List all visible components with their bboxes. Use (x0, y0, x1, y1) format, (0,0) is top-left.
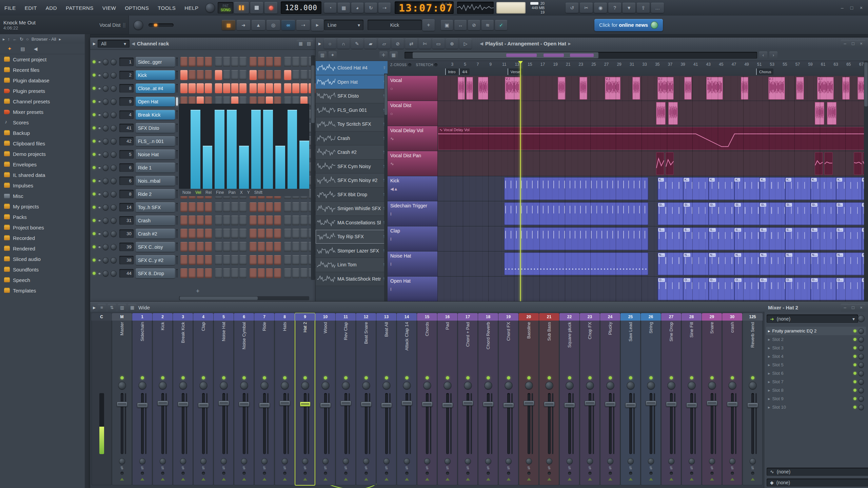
strip-stereo-knob[interactable] (708, 382, 716, 389)
record-arm-dot[interactable] (324, 472, 327, 475)
strip-led[interactable] (283, 376, 287, 380)
strip-led[interactable] (507, 376, 510, 380)
graph-label-y[interactable]: Y (247, 190, 250, 195)
step-cell[interactable] (266, 57, 273, 67)
fx-slot-led[interactable] (853, 363, 856, 366)
strip-led[interactable] (120, 376, 124, 380)
step-cell[interactable] (284, 242, 291, 252)
channel-volume-knob[interactable] (111, 112, 117, 118)
clip[interactable] (827, 102, 836, 125)
step-cell[interactable] (300, 229, 308, 239)
record-arm-dot[interactable] (731, 472, 734, 475)
picker-item[interactable]: Crash⇪ (316, 131, 388, 146)
browser-item[interactable]: Soundfonts (0, 264, 85, 275)
channel-mute-dot[interactable] (98, 272, 101, 274)
fx-slot-mix-knob[interactable] (859, 337, 864, 342)
channel-led[interactable] (93, 74, 96, 77)
strip-number[interactable]: 7 (254, 313, 274, 321)
channel-volume-knob[interactable] (111, 85, 117, 92)
chat-icon[interactable]: … (651, 3, 664, 13)
strip-stereo-knob[interactable] (240, 382, 248, 389)
channel-pan-knob[interactable] (103, 138, 109, 144)
step-cell[interactable] (231, 268, 238, 278)
channel-led[interactable] (93, 87, 96, 90)
strip-stereo-knob[interactable] (382, 382, 390, 389)
strip-pan-knob[interactable] (668, 458, 674, 464)
clip[interactable] (504, 252, 648, 275)
record-arm-dot[interactable] (466, 472, 469, 475)
record-arm-dot[interactable] (222, 472, 225, 475)
record-arm-dot[interactable] (263, 472, 266, 475)
route-arrow-icon[interactable] (384, 478, 389, 481)
mixer-strip-sidechain[interactable]: 1Sidechain⇅ (132, 313, 152, 485)
channel-volume-knob[interactable] (111, 270, 117, 277)
channel-active-indicator[interactable] (176, 71, 178, 79)
strip-led[interactable] (222, 376, 225, 380)
collapse-icon[interactable]: ▸ (318, 40, 321, 47)
channel-active-indicator[interactable] (176, 97, 178, 106)
strip-led[interactable] (731, 376, 734, 380)
route-arrow-icon[interactable] (588, 478, 592, 481)
channel-mute-dot[interactable] (98, 140, 101, 142)
clip[interactable]: V..l (768, 77, 785, 100)
volume-fader[interactable] (422, 402, 433, 407)
close-button[interactable]: × (856, 4, 866, 12)
route-updown-icon[interactable]: ⇅ (405, 466, 408, 470)
step-cell[interactable] (292, 202, 299, 212)
zcross-option[interactable]: Z-CROSS (390, 63, 411, 67)
strip-pan-knob[interactable] (485, 458, 491, 464)
step-cell[interactable] (300, 255, 308, 265)
strip-number[interactable]: 6 (234, 313, 254, 321)
channel-button[interactable]: SFX 8..Drop (136, 268, 175, 278)
step-cell[interactable] (258, 255, 265, 265)
track-lane[interactable]: V..lV..lV..lV..lV..lV..l (437, 76, 868, 101)
strip-stereo-knob[interactable] (749, 382, 756, 389)
strip-number[interactable]: 10 (315, 313, 335, 321)
step-cell[interactable] (284, 229, 291, 239)
browser-item[interactable]: IL shared data (0, 170, 85, 180)
strip-pan-knob[interactable] (526, 458, 532, 464)
step-cell[interactable] (223, 70, 230, 80)
strip-number[interactable]: 28 (682, 313, 702, 321)
scroll-left-icon[interactable]: ‹ (759, 52, 767, 59)
strip-led[interactable] (751, 376, 754, 380)
step-cell[interactable] (223, 229, 230, 239)
record-arm-dot[interactable] (710, 472, 713, 475)
record-arm-dot[interactable] (487, 472, 490, 475)
mixer-strip-pad[interactable]: 16Pad⇅ (437, 313, 457, 485)
step-cell[interactable] (239, 70, 246, 80)
step-cell[interactable] (180, 268, 188, 278)
fx-input-value[interactable]: (none) (777, 316, 790, 322)
velocity-bar[interactable] (191, 110, 200, 189)
loop-record-icon[interactable]: ↻ (365, 3, 377, 13)
record-arm-dot[interactable] (690, 472, 693, 475)
pattern-view-icon[interactable]: ▦ (390, 52, 398, 59)
route-updown-icon[interactable]: ⇅ (710, 466, 713, 470)
volume-fader[interactable] (361, 402, 372, 407)
step-cell[interactable] (197, 242, 204, 252)
clip[interactable]: V..l (817, 77, 834, 100)
channel-mixer-number[interactable]: 8 (119, 84, 133, 93)
channel-mute-dot[interactable] (98, 232, 101, 235)
mixer-strip-master[interactable]: MMaster⇅ (112, 313, 132, 485)
step-cell[interactable] (215, 268, 222, 278)
strip-pan-knob[interactable] (261, 458, 268, 464)
step-cell[interactable] (239, 216, 246, 225)
fx-slot-mix-knob[interactable] (859, 371, 864, 376)
strip-led[interactable] (568, 376, 571, 380)
channel-pan-knob[interactable] (103, 59, 109, 65)
volume-fader[interactable] (564, 403, 575, 408)
channel-mixer-number[interactable]: 1 (119, 58, 133, 66)
step-cell[interactable] (189, 229, 196, 239)
route-updown-icon[interactable]: ⇅ (303, 466, 307, 470)
render-icon[interactable]: ⇪ (637, 3, 650, 13)
track-lane[interactable] (437, 101, 868, 126)
strip-stereo-knob[interactable] (403, 382, 411, 389)
channel-mixer-number[interactable]: 6 (119, 177, 133, 185)
channel-mute-dot[interactable] (98, 219, 101, 222)
step-cell[interactable] (258, 57, 265, 67)
fx-slot-2[interactable]: ▸Slot 2 (766, 335, 866, 344)
fx-slot-led[interactable] (853, 389, 856, 392)
velocity-bar[interactable] (288, 110, 297, 189)
channel-mixer-number[interactable]: 39 (119, 243, 133, 251)
